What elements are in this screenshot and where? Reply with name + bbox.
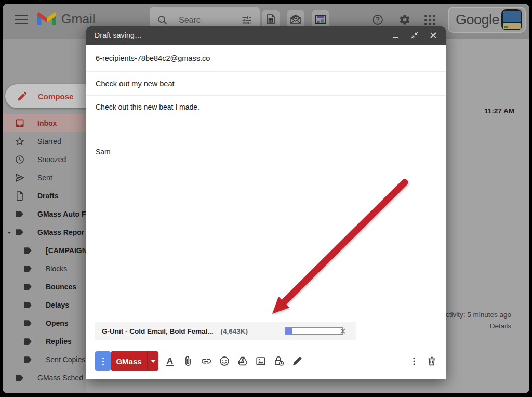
sidebar-item-gmass-auto-f[interactable]: GMass Auto F — [3, 205, 86, 223]
formatting-toolbar: A — [164, 355, 303, 367]
account-activity-text: ctivity: 5 minutes ago — [446, 311, 511, 319]
label-icon — [15, 227, 25, 237]
sidebar-item-label: Drafts — [37, 192, 58, 200]
subject-field[interactable]: Check out my new beat — [86, 72, 446, 96]
attachment-name: G-Unit - Cold Email, Bold Femal... — [102, 327, 214, 335]
search-input[interactable]: Searc — [179, 16, 231, 25]
google-account-chip[interactable]: Google — [448, 7, 526, 33]
close-icon[interactable] — [429, 31, 437, 39]
subject-value: Check out my new beat — [96, 80, 175, 88]
extension-mail-icon[interactable] — [287, 10, 304, 28]
sidebar-item-label: Bounces — [46, 283, 76, 291]
pencil-icon — [17, 90, 28, 102]
attachment-chip[interactable]: G-Unit - Cold Email, Bold Femal... (4,64… — [95, 322, 356, 340]
sidebar-item-blocks[interactable]: Blocks — [3, 259, 86, 277]
extension-doc-icon[interactable] — [262, 10, 280, 28]
avatar[interactable] — [501, 9, 522, 30]
sidebar-item-gmass-repor[interactable]: GMass Repor — [3, 223, 86, 241]
sidebar-item-snoozed[interactable]: Snoozed — [3, 150, 86, 168]
details-link[interactable]: Details — [490, 322, 511, 330]
screenshot-frame: Gmail Searc Google — [0, 0, 532, 397]
label-icon — [23, 263, 33, 274]
more-options-icon[interactable] — [408, 355, 420, 367]
pen-icon[interactable] — [291, 355, 303, 367]
label-icon — [15, 373, 25, 383]
label-icon — [23, 354, 33, 365]
formatting-A-glyph: A — [166, 356, 174, 366]
recipient-field[interactable]: 6-recipients-78be84c2@gmass.co — [86, 45, 446, 72]
file-icon — [15, 191, 25, 201]
emoji-icon[interactable] — [219, 355, 230, 367]
sidebar-item-premium-leac[interactable]: Premium leac — [3, 387, 86, 393]
sidebar-item-label: Delays — [46, 301, 69, 309]
sidebar-item-campaign[interactable]: [CAMPAIGN — [3, 241, 86, 259]
sidebar-item-sent-copies[interactable]: Sent Copies — [3, 350, 86, 368]
sidebar-item-gmass-sched[interactable]: GMass Sched — [3, 368, 86, 387]
sidebar-item-label: Blocks — [46, 264, 67, 273]
search-options-icon[interactable] — [241, 15, 252, 26]
sidebar-item-opens[interactable]: Opens — [3, 314, 86, 332]
sidebar-item-sent[interactable]: Sent — [3, 168, 86, 187]
formatting-icon[interactable]: A — [164, 355, 176, 367]
label-icon — [23, 318, 33, 328]
help-icon[interactable] — [371, 13, 384, 27]
compose-window: Draft saving… 6-recipients-78be84c2@gmas… — [86, 26, 446, 379]
search-icon — [157, 15, 168, 26]
sidebar-item-inbox[interactable]: Inbox — [3, 114, 86, 132]
gmass-dropdown-icon[interactable] — [147, 351, 158, 371]
sidebar-item-label: Sent Copies — [46, 355, 85, 364]
sidebar-item-replies[interactable]: Replies — [3, 332, 86, 350]
sidebar-item-label: GMass Repor — [37, 228, 84, 236]
label-icon — [23, 245, 33, 256]
gmass-send-button[interactable]: GMass — [111, 351, 158, 371]
settings-gear-icon[interactable] — [398, 13, 411, 27]
sidebar-item-bounces[interactable]: Bounces — [3, 277, 86, 296]
gmass-settings-button[interactable] — [95, 351, 111, 371]
sidebar-item-label: Starred — [37, 137, 61, 145]
collapse-arrow-icon[interactable] — [6, 229, 12, 235]
label-icon — [15, 391, 25, 393]
image-icon[interactable] — [255, 355, 267, 367]
attachment-remove-icon[interactable]: ✕ — [338, 326, 348, 336]
drive-icon[interactable] — [237, 355, 248, 367]
google-wordmark: Google — [456, 12, 499, 28]
gmail-app: Gmail Searc Google — [3, 4, 529, 393]
confidential-icon[interactable] — [273, 355, 285, 367]
sidebar-item-label: Inbox — [37, 119, 57, 127]
recipient-value: 6-recipients-78be84c2@gmass.co — [96, 54, 210, 62]
sidebar-item-label: GMass Sched — [37, 374, 83, 382]
compose-button-label: Compose — [38, 92, 73, 101]
sidebar-item-delays[interactable]: Delays — [3, 296, 86, 314]
apps-grid-icon[interactable] — [423, 13, 436, 27]
body-signature: Sam — [96, 147, 111, 157]
discard-draft-trash-icon[interactable] — [426, 355, 437, 367]
sidebar-item-label: [CAMPAIGN — [46, 246, 86, 255]
link-icon[interactable] — [201, 355, 212, 367]
popout-icon[interactable] — [410, 31, 419, 39]
upload-progress-bar — [285, 327, 343, 335]
minimize-icon[interactable] — [392, 31, 400, 39]
label-icon — [23, 336, 33, 347]
sidebar-item-drafts[interactable]: Drafts — [3, 187, 86, 205]
compose-title: Draft saving… — [95, 31, 392, 39]
extension-store-icon[interactable] — [312, 10, 329, 28]
gmail-wordmark: Gmail — [61, 11, 95, 27]
compose-toolbar: GMass A — [86, 351, 446, 371]
attachment-size: (4,643K) — [221, 327, 248, 335]
inbox-icon — [15, 118, 25, 128]
send-icon — [15, 173, 25, 183]
gmail-m-icon — [37, 12, 56, 27]
compose-button[interactable]: Compose — [5, 84, 97, 108]
star-icon — [15, 136, 25, 147]
body-text: Check out this new beat I made. — [96, 102, 200, 112]
sidebar-item-label: Snoozed — [37, 155, 66, 164]
clock-icon — [15, 154, 25, 165]
label-icon — [23, 300, 33, 310]
sidebar-item-starred[interactable]: Starred — [3, 132, 86, 150]
gmass-button-label: GMass — [111, 357, 147, 366]
sidebar-item-label: GMass Auto F — [37, 210, 86, 218]
sidebar: Compose InboxStarredSnoozedSentDraftsGMa… — [3, 39, 86, 393]
compose-header[interactable]: Draft saving… — [86, 26, 446, 45]
attach-icon[interactable] — [182, 355, 194, 367]
main-menu-icon[interactable] — [15, 15, 28, 25]
